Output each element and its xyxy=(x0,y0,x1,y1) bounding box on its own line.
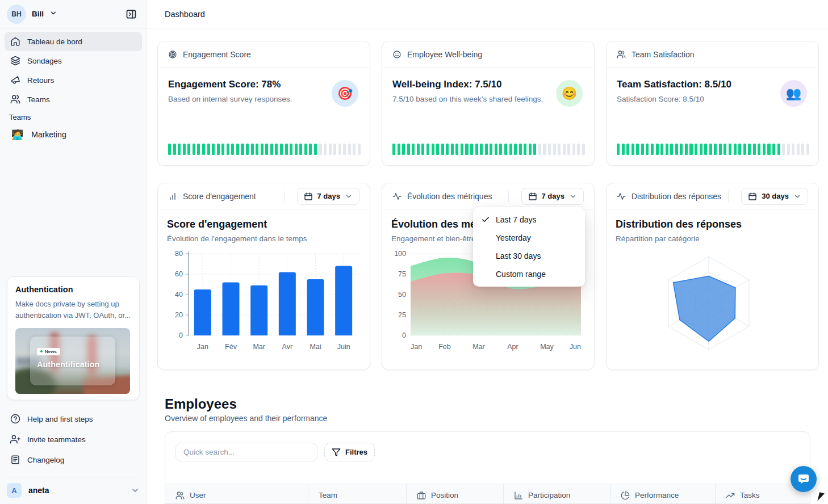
svg-text:20: 20 xyxy=(175,311,183,319)
sidebar-item-marketing[interactable]: 🧑‍💻 Marketing xyxy=(5,125,142,144)
svg-text:Mar: Mar xyxy=(472,343,485,351)
svg-text:Mar: Mar xyxy=(253,343,265,351)
user-plus-icon xyxy=(10,434,20,444)
promo-image-title: Authentification xyxy=(37,360,108,369)
svg-text:40: 40 xyxy=(175,291,183,299)
collapse-sidebar-button[interactable] xyxy=(123,6,139,22)
card-header-label: Team Satisfaction xyxy=(632,50,695,59)
svg-text:Juin: Juin xyxy=(337,343,350,351)
employees-table-card: Filtres UserTeamPositionParticipationPer… xyxy=(165,431,810,504)
help-circle-icon xyxy=(10,414,20,424)
stat-subtitle: Satisfaction Score: 8.5/10 xyxy=(617,95,808,103)
svg-text:80: 80 xyxy=(175,250,183,258)
chart-card-engagement-score: Score d'engagement 7 days Score d'engage… xyxy=(157,183,370,370)
card-header-label: Employee Well-being xyxy=(407,50,482,59)
column-header-participation[interactable]: Participation xyxy=(504,484,610,504)
page-title: Dashboard xyxy=(165,10,205,19)
busts-emoji-icon: 👥 xyxy=(780,80,807,107)
column-header-user[interactable]: User xyxy=(165,484,308,504)
stat-card-engagement: Engagement Score Engagement Score: 78% B… xyxy=(157,41,370,166)
bar-chart-icon xyxy=(168,192,177,201)
stat-title: Well-being Index: 7.5/10 xyxy=(392,79,584,90)
chevron-down-icon xyxy=(131,486,140,495)
chart-title: Score d'engagement xyxy=(167,219,361,230)
sidebar-item-teams[interactable]: Teams xyxy=(5,90,142,109)
menu-item-custom-range[interactable]: Custom range xyxy=(476,265,582,283)
target-icon xyxy=(168,50,177,59)
svg-text:0: 0 xyxy=(179,331,183,339)
stat-title: Team Satisfaction: 8.5/10 xyxy=(617,79,808,90)
authentication-promo-card[interactable]: Authentication Make docs private by sett… xyxy=(7,276,140,400)
sidebar-item-tableau-de-bord[interactable]: Tableau de bord xyxy=(5,32,142,51)
news-badge: News xyxy=(37,348,60,355)
range-select-button[interactable]: 7 days xyxy=(521,188,584,205)
sidebar-item-invite-teammates[interactable]: Invite teammates xyxy=(5,429,142,450)
stat-subtitle: Based on internal survey responses. xyxy=(168,95,359,103)
employees-title: Employees xyxy=(165,396,237,412)
check-icon xyxy=(481,215,491,224)
column-header-team[interactable]: Team xyxy=(308,484,407,504)
chart-subtitle: Évolution de l'engagement dans le temps xyxy=(167,234,361,243)
menu-item-last-7-days[interactable]: Last 7 days xyxy=(476,211,582,229)
svg-text:75: 75 xyxy=(398,270,406,278)
sidebar-item-retours[interactable]: Retours xyxy=(5,70,142,90)
range-dropdown-menu: Last 7 daysYesterdayLast 30 daysCustom r… xyxy=(473,207,585,287)
column-header-position[interactable]: Position xyxy=(407,484,504,504)
svg-text:100: 100 xyxy=(394,250,406,258)
stat-card-wellbeing: Employee Well-being Well-being Index: 7.… xyxy=(382,41,595,166)
mouse-cursor xyxy=(817,492,828,503)
sidebar-nav: Tableau de bordSondagesRetoursTeams xyxy=(5,32,142,109)
svg-text:25: 25 xyxy=(398,311,406,319)
stat-subtitle: 7.5/10 based on this week's shared feeli… xyxy=(392,95,584,103)
workspace-avatar: A xyxy=(7,483,22,498)
svg-text:Feb: Feb xyxy=(438,343,451,351)
sidebar-item-changelog[interactable]: Changelog xyxy=(5,450,142,470)
user-name[interactable]: Bill xyxy=(32,10,44,18)
sidebar-item-help-and-first-steps[interactable]: Help and first steps xyxy=(5,409,142,429)
chart-column-icon xyxy=(514,491,523,500)
svg-text:0: 0 xyxy=(402,331,406,339)
technologist-emoji-icon: 🧑‍💻 xyxy=(11,129,23,141)
progress-bar xyxy=(617,144,809,155)
range-select-button[interactable]: 7 days xyxy=(297,188,359,205)
svg-text:50: 50 xyxy=(398,291,406,299)
smile-emoji-icon: 😊 xyxy=(556,80,583,107)
card-header-label: Engagement Score xyxy=(183,50,251,59)
target-emoji-icon: 🎯 xyxy=(332,80,358,107)
topbar: Dashboard xyxy=(147,0,828,28)
sidebar-item-sondages[interactable]: Sondages xyxy=(5,51,142,70)
chat-launcher-button[interactable] xyxy=(791,466,817,492)
menu-item-last-30-days[interactable]: Last 30 days xyxy=(476,247,582,265)
activity-icon xyxy=(392,192,402,201)
avatar[interactable]: BH xyxy=(7,5,26,24)
chevron-down-icon[interactable] xyxy=(49,9,57,19)
layers-icon xyxy=(10,56,20,66)
sidebar: BH Bill Tableau de bordSondagesRetoursTe… xyxy=(0,0,147,504)
range-select-button[interactable]: 30 days xyxy=(741,188,808,205)
progress-bar xyxy=(168,144,361,155)
calendar-icon xyxy=(748,192,757,201)
trending-up-icon xyxy=(726,491,735,500)
sidebar-header: BH Bill xyxy=(0,0,146,28)
activity-icon xyxy=(617,192,626,201)
promo-image[interactable]: News Authentification xyxy=(15,328,130,394)
promo-overlay-card: News Authentification xyxy=(30,337,115,385)
svg-text:Jun: Jun xyxy=(570,343,581,351)
chevron-down-icon xyxy=(793,192,801,200)
menu-item-yesterday[interactable]: Yesterday xyxy=(476,229,582,247)
svg-text:Apr: Apr xyxy=(507,343,518,351)
filters-button[interactable]: Filtres xyxy=(324,443,375,461)
workspace-switcher[interactable]: A aneta xyxy=(7,481,140,500)
table-header-row: UserTeamPositionParticipationPerformance… xyxy=(165,484,810,504)
card-header-label: Score d'engagement xyxy=(183,192,256,201)
sidebar-footer: Help and first stepsInvite teammatesChan… xyxy=(5,409,142,470)
users-icon xyxy=(10,94,20,104)
users-icon xyxy=(175,491,185,500)
column-header-performance[interactable]: Performance xyxy=(610,484,716,504)
card-header-label: Distribution des réponses xyxy=(632,192,721,201)
search-input[interactable] xyxy=(175,443,317,461)
stat-title: Engagement Score: 78% xyxy=(168,79,359,90)
chart-card-responses-distribution: Distribution des réponses 30 days Distri… xyxy=(606,183,819,370)
megaphone-icon xyxy=(10,75,20,85)
home-icon xyxy=(10,36,20,47)
